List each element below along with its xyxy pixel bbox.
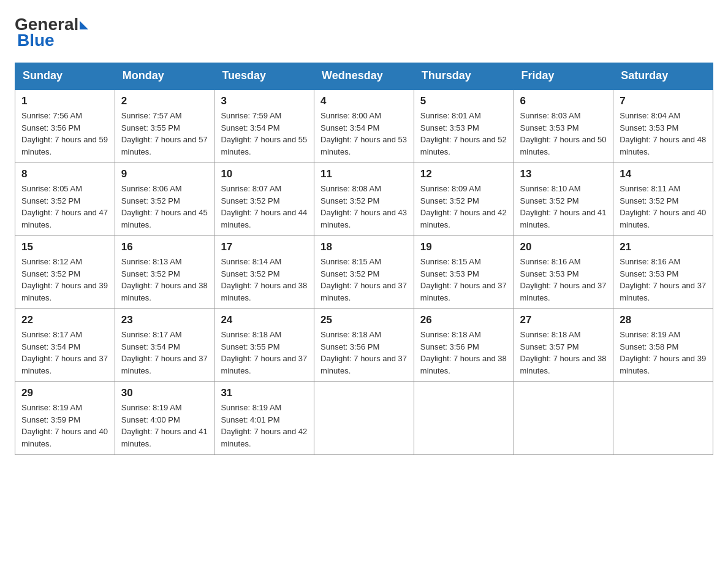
day-info: Sunrise: 8:19 AMSunset: 3:59 PMDaylight:…: [21, 402, 108, 450]
day-info: Sunrise: 7:57 AMSunset: 3:55 PMDaylight:…: [121, 110, 208, 158]
day-number: 12: [420, 168, 507, 180]
calendar-cell: 30Sunrise: 8:19 AMSunset: 4:00 PMDayligh…: [115, 382, 214, 455]
calendar-cell: 18Sunrise: 8:15 AMSunset: 3:52 PMDayligh…: [314, 236, 414, 309]
calendar-cell: 9Sunrise: 8:06 AMSunset: 3:52 PMDaylight…: [115, 163, 214, 236]
day-number: 17: [221, 241, 308, 253]
day-number: 27: [520, 314, 607, 326]
day-info: Sunrise: 8:15 AMSunset: 3:52 PMDaylight:…: [320, 256, 408, 304]
day-number: 24: [221, 314, 308, 326]
calendar-table: SundayMondayTuesdayWednesdayThursdayFrid…: [15, 63, 713, 455]
day-number: 19: [420, 241, 507, 253]
calendar-cell: 13Sunrise: 8:10 AMSunset: 3:52 PMDayligh…: [514, 163, 613, 236]
day-header-tuesday: Tuesday: [214, 63, 314, 90]
calendar-cell: 15Sunrise: 8:12 AMSunset: 3:52 PMDayligh…: [15, 236, 115, 309]
week-row-4: 22Sunrise: 8:17 AMSunset: 3:54 PMDayligh…: [15, 309, 713, 382]
day-info: Sunrise: 8:19 AMSunset: 4:00 PMDaylight:…: [121, 402, 208, 450]
day-header-friday: Friday: [514, 63, 613, 90]
week-row-2: 8Sunrise: 8:05 AMSunset: 3:52 PMDaylight…: [15, 163, 713, 236]
calendar-cell: 6Sunrise: 8:03 AMSunset: 3:53 PMDaylight…: [514, 90, 613, 163]
day-number: 23: [121, 314, 208, 326]
page-header: General Blue: [15, 15, 713, 50]
day-info: Sunrise: 8:12 AMSunset: 3:52 PMDaylight:…: [21, 256, 108, 304]
day-header-monday: Monday: [115, 63, 214, 90]
day-info: Sunrise: 8:06 AMSunset: 3:52 PMDaylight:…: [121, 183, 208, 231]
day-number: 10: [221, 168, 308, 180]
day-info: Sunrise: 8:13 AMSunset: 3:52 PMDaylight:…: [121, 256, 208, 304]
days-header-row: SundayMondayTuesdayWednesdayThursdayFrid…: [15, 63, 713, 90]
calendar-cell: 7Sunrise: 8:04 AMSunset: 3:53 PMDaylight…: [613, 90, 713, 163]
day-number: 13: [520, 168, 607, 180]
week-row-3: 15Sunrise: 8:12 AMSunset: 3:52 PMDayligh…: [15, 236, 713, 309]
calendar-cell: 1Sunrise: 7:56 AMSunset: 3:56 PMDaylight…: [15, 90, 115, 163]
day-info: Sunrise: 8:18 AMSunset: 3:56 PMDaylight:…: [320, 329, 408, 377]
day-info: Sunrise: 8:04 AMSunset: 3:53 PMDaylight:…: [620, 110, 707, 158]
calendar-cell: 10Sunrise: 8:07 AMSunset: 3:52 PMDayligh…: [214, 163, 314, 236]
calendar-cell: 12Sunrise: 8:09 AMSunset: 3:52 PMDayligh…: [414, 163, 514, 236]
day-info: Sunrise: 8:10 AMSunset: 3:52 PMDaylight:…: [520, 183, 607, 231]
day-number: 6: [520, 95, 607, 107]
week-row-1: 1Sunrise: 7:56 AMSunset: 3:56 PMDaylight…: [15, 90, 713, 163]
calendar-cell: 25Sunrise: 8:18 AMSunset: 3:56 PMDayligh…: [314, 309, 414, 382]
day-number: 2: [121, 95, 208, 107]
day-info: Sunrise: 8:16 AMSunset: 3:53 PMDaylight:…: [620, 256, 707, 304]
day-info: Sunrise: 8:17 AMSunset: 3:54 PMDaylight:…: [121, 329, 208, 377]
day-number: 3: [221, 95, 308, 107]
calendar-cell: 27Sunrise: 8:18 AMSunset: 3:57 PMDayligh…: [514, 309, 613, 382]
calendar-cell: [414, 382, 514, 455]
calendar-cell: 26Sunrise: 8:18 AMSunset: 3:56 PMDayligh…: [414, 309, 514, 382]
day-info: Sunrise: 8:18 AMSunset: 3:57 PMDaylight:…: [520, 329, 607, 377]
day-number: 7: [620, 95, 707, 107]
day-info: Sunrise: 8:19 AMSunset: 3:58 PMDaylight:…: [620, 329, 707, 377]
day-number: 28: [620, 314, 707, 326]
day-info: Sunrise: 8:05 AMSunset: 3:52 PMDaylight:…: [21, 183, 108, 231]
calendar-cell: 14Sunrise: 8:11 AMSunset: 3:52 PMDayligh…: [613, 163, 713, 236]
day-number: 30: [121, 387, 208, 399]
day-info: Sunrise: 8:07 AMSunset: 3:52 PMDaylight:…: [221, 183, 308, 231]
calendar-cell: 29Sunrise: 8:19 AMSunset: 3:59 PMDayligh…: [15, 382, 115, 455]
day-number: 5: [420, 95, 507, 107]
day-info: Sunrise: 8:18 AMSunset: 3:56 PMDaylight:…: [420, 329, 507, 377]
day-number: 14: [620, 168, 707, 180]
day-number: 15: [21, 241, 108, 253]
day-info: Sunrise: 8:14 AMSunset: 3:52 PMDaylight:…: [221, 256, 308, 304]
calendar-cell: 28Sunrise: 8:19 AMSunset: 3:58 PMDayligh…: [613, 309, 713, 382]
day-info: Sunrise: 8:16 AMSunset: 3:53 PMDaylight:…: [520, 256, 607, 304]
day-number: 25: [320, 314, 408, 326]
day-info: Sunrise: 8:15 AMSunset: 3:53 PMDaylight:…: [420, 256, 507, 304]
calendar-cell: 3Sunrise: 7:59 AMSunset: 3:54 PMDaylight…: [214, 90, 314, 163]
day-number: 20: [520, 241, 607, 253]
day-number: 4: [320, 95, 408, 107]
day-info: Sunrise: 8:17 AMSunset: 3:54 PMDaylight:…: [21, 329, 108, 377]
day-info: Sunrise: 7:59 AMSunset: 3:54 PMDaylight:…: [221, 110, 308, 158]
day-info: Sunrise: 8:01 AMSunset: 3:53 PMDaylight:…: [420, 110, 507, 158]
calendar-cell: 31Sunrise: 8:19 AMSunset: 4:01 PMDayligh…: [214, 382, 314, 455]
day-number: 29: [21, 387, 108, 399]
day-number: 18: [320, 241, 408, 253]
calendar-cell: 21Sunrise: 8:16 AMSunset: 3:53 PMDayligh…: [613, 236, 713, 309]
day-number: 1: [21, 95, 108, 107]
day-number: 11: [320, 168, 408, 180]
logo-blue: Blue: [17, 31, 55, 50]
day-header-thursday: Thursday: [414, 63, 514, 90]
logo: General Blue: [15, 15, 88, 50]
calendar-cell: 24Sunrise: 8:18 AMSunset: 3:55 PMDayligh…: [214, 309, 314, 382]
day-number: 31: [221, 387, 308, 399]
calendar-cell: 23Sunrise: 8:17 AMSunset: 3:54 PMDayligh…: [115, 309, 214, 382]
calendar-cell: 19Sunrise: 8:15 AMSunset: 3:53 PMDayligh…: [414, 236, 514, 309]
day-header-wednesday: Wednesday: [314, 63, 414, 90]
calendar-cell: 2Sunrise: 7:57 AMSunset: 3:55 PMDaylight…: [115, 90, 214, 163]
calendar-cell: 17Sunrise: 8:14 AMSunset: 3:52 PMDayligh…: [214, 236, 314, 309]
day-info: Sunrise: 7:56 AMSunset: 3:56 PMDaylight:…: [21, 110, 108, 158]
calendar-cell: 20Sunrise: 8:16 AMSunset: 3:53 PMDayligh…: [514, 236, 613, 309]
day-info: Sunrise: 8:09 AMSunset: 3:52 PMDaylight:…: [420, 183, 507, 231]
day-info: Sunrise: 8:03 AMSunset: 3:53 PMDaylight:…: [520, 110, 607, 158]
day-number: 26: [420, 314, 507, 326]
calendar-cell: 11Sunrise: 8:08 AMSunset: 3:52 PMDayligh…: [314, 163, 414, 236]
day-info: Sunrise: 8:19 AMSunset: 4:01 PMDaylight:…: [221, 402, 308, 450]
day-number: 21: [620, 241, 707, 253]
calendar-cell: [314, 382, 414, 455]
day-number: 9: [121, 168, 208, 180]
calendar-cell: 16Sunrise: 8:13 AMSunset: 3:52 PMDayligh…: [115, 236, 214, 309]
calendar-cell: 4Sunrise: 8:00 AMSunset: 3:54 PMDaylight…: [314, 90, 414, 163]
day-info: Sunrise: 8:11 AMSunset: 3:52 PMDaylight:…: [620, 183, 707, 231]
